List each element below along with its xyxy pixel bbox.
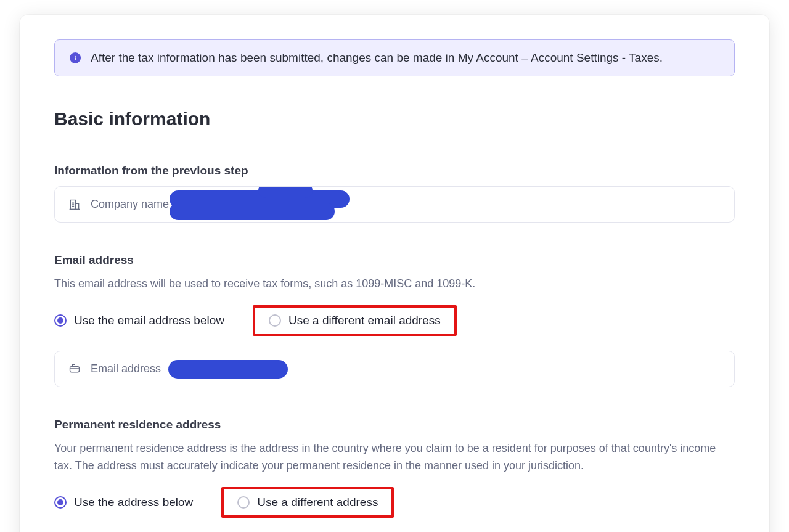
email-address-field: Email address <box>54 351 735 387</box>
radio-address-use-below[interactable]: Use the address below <box>54 496 193 509</box>
radio-address-use-different[interactable]: Use a different address <box>221 487 394 518</box>
email-radio-group: Use the email address below Use a differ… <box>54 305 735 336</box>
email-description: This email address will be used to recei… <box>54 276 735 293</box>
svg-rect-8 <box>70 367 80 372</box>
radio-label: Use the email address below <box>74 314 224 327</box>
svg-rect-1 <box>75 57 76 60</box>
radio-email-use-below[interactable]: Use the email address below <box>54 314 224 327</box>
prev-step-heading: Information from the previous step <box>54 164 735 178</box>
email-heading: Email address <box>54 253 735 267</box>
svg-rect-3 <box>76 203 79 209</box>
radio-indicator <box>237 496 250 509</box>
address-description: Your permanent residence address is the … <box>54 440 735 475</box>
radio-indicator-selected <box>54 314 67 327</box>
email-address-label: Email address <box>91 362 161 375</box>
address-heading: Permanent residence address <box>54 418 735 432</box>
building-icon <box>68 198 81 211</box>
radio-label: Use the address below <box>74 496 193 509</box>
info-banner: After the tax information has been submi… <box>54 39 735 76</box>
svg-rect-2 <box>70 200 75 209</box>
radio-email-use-different[interactable]: Use a different email address <box>253 305 457 336</box>
radio-label: Use a different email address <box>288 314 441 327</box>
info-banner-text: After the tax information has been submi… <box>91 51 663 65</box>
radio-indicator-selected <box>54 496 67 509</box>
address-radio-group: Use the address below Use a different ad… <box>54 487 735 518</box>
info-icon <box>70 52 81 63</box>
company-name-label: Company name <box>91 198 169 211</box>
page-title: Basic information <box>54 108 735 129</box>
svg-point-0 <box>75 56 76 57</box>
mailbox-icon <box>68 362 81 375</box>
radio-indicator <box>269 314 281 327</box>
company-name-field: Company name <box>54 186 735 223</box>
radio-label: Use a different address <box>257 496 378 509</box>
form-card: After the tax information has been submi… <box>20 15 769 532</box>
